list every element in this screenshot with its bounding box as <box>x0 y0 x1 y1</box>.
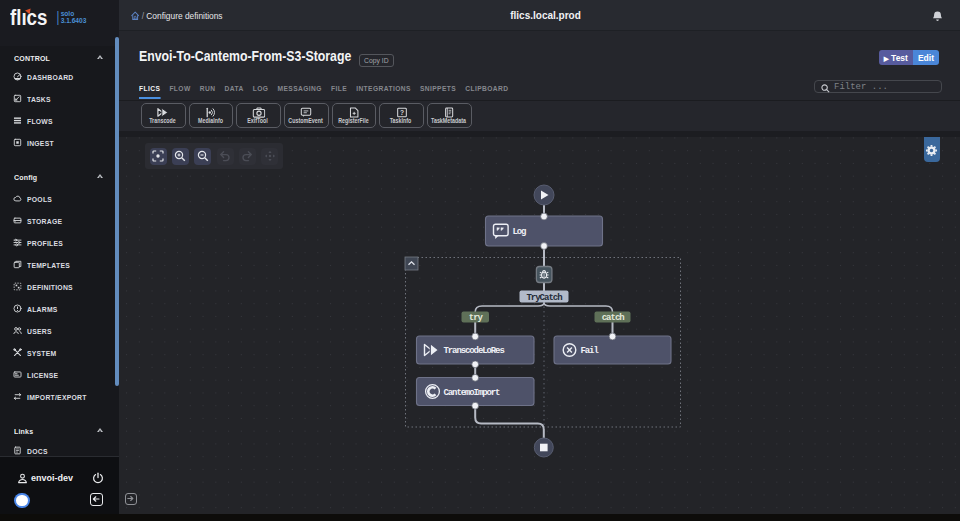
svg-text:Log: Log <box>513 227 527 237</box>
svg-text:TryCatch: TryCatch <box>526 293 562 303</box>
svg-text:TranscodeLoRes: TranscodeLoRes <box>444 346 505 356</box>
svg-text:Fail: Fail <box>581 346 600 356</box>
svg-text:?: ? <box>400 109 404 116</box>
svg-text:catch: catch <box>602 313 625 323</box>
svg-text:try: try <box>469 313 484 323</box>
svg-text:CantemoImport: CantemoImport <box>444 388 501 398</box>
